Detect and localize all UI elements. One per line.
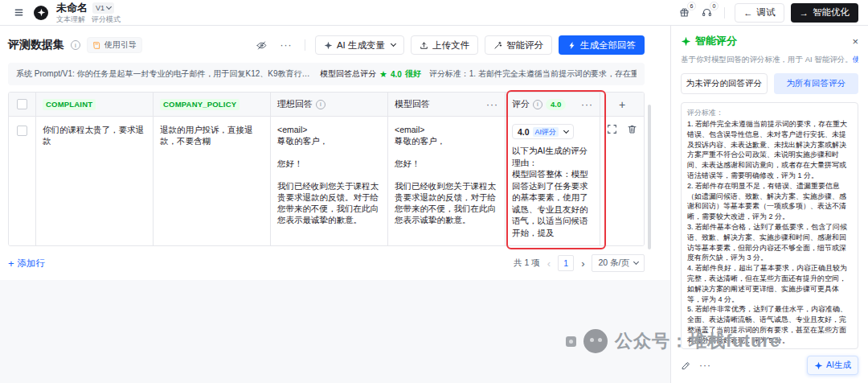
chevron-down-icon: [391, 41, 396, 47]
support-headset-icon[interactable]: 0: [698, 5, 714, 21]
close-icon[interactable]: ×: [852, 36, 858, 47]
sparkle-icon: [681, 36, 691, 47]
add-row-button[interactable]: + 添加行: [8, 257, 45, 270]
current-page-button[interactable]: 1: [558, 255, 574, 271]
title-block: 未命名 V1 文本理解 评分模式: [56, 2, 121, 23]
pagination-total: 共 1 项: [514, 257, 540, 269]
top-bar: 未命名 V1 文本理解 评分模式 6 0 ← 调试 → 智能优化: [0, 0, 868, 26]
panel-title: 智能评分: [695, 34, 737, 48]
edit-pencil-icon[interactable]: [681, 360, 691, 371]
app-logo[interactable]: [34, 6, 48, 20]
sparkle-icon: [324, 41, 333, 50]
info-icon[interactable]: i: [533, 100, 542, 109]
expand-row-icon[interactable]: [607, 124, 617, 134]
select-all-checkbox[interactable]: [17, 99, 27, 109]
dataset-sheet: 评测数据集 i 使用引导 ··· AI 生成变量 上传文件: [0, 26, 670, 280]
ai-generate-variable-button[interactable]: AI 生成变量: [315, 35, 404, 55]
table-footer: + 添加行 共 1 项 ‹ 1 › 20 条/页: [8, 246, 645, 274]
criteria-textarea[interactable]: 评分标准： 1. 若邮件完全未遵循当前提示词的要求，存在重大错误、包含误导性信息…: [681, 102, 858, 349]
eye-invisible-icon[interactable]: [253, 36, 271, 54]
upload-file-button[interactable]: 上传文件: [411, 35, 478, 55]
system-prompt-text: 系统 Prompt/V1: 你的任务是起草一封专业的电子邮件，用于回复K12、K…: [16, 68, 312, 80]
pagination: 共 1 项 ‹ 1 › 20 条/页: [514, 254, 645, 272]
cell-model-answer[interactable]: <email> 尊敬的客户， 您好！ 我们已经收到您关于课程太贵要求退款的反馈，…: [388, 117, 506, 245]
prev-page-button[interactable]: ‹: [547, 258, 551, 269]
column-ideal-answer: 理想回答: [277, 98, 313, 110]
criteria-text: 1. 若邮件完全未遵循当前提示词的要求，存在重大错误、包含误导性信息、未对客户进…: [687, 119, 852, 346]
cell-complaint[interactable]: 你们的课程太贵了，要求退款: [36, 117, 154, 245]
score-unscored-button[interactable]: 为未评分的回答评分: [681, 73, 768, 94]
cell-ideal-answer[interactable]: <email> 尊敬的客户， 您好！ 我们已经收到您关于课程太贵要求退款的反馈。…: [271, 117, 388, 245]
column-complaint[interactable]: COMPLAINT: [43, 99, 96, 110]
column-company-policy[interactable]: COMPANY_POLICY: [160, 99, 240, 110]
dataset-toolbar: 评测数据集 i 使用引导 ··· AI 生成变量 上传文件: [8, 32, 645, 58]
lightning-icon: [567, 41, 576, 50]
criteria-label: 评分标准：: [687, 108, 852, 118]
add-column-button[interactable]: +: [619, 99, 625, 110]
info-icon[interactable]: i: [316, 100, 326, 109]
arrow-left-icon: ←: [743, 8, 753, 18]
mode-tag-score-mode: 评分模式: [92, 16, 121, 23]
total-score-group: 模型回答总评分 ★ 4.0 很好: [320, 68, 421, 80]
main-area: 评测数据集 i 使用引导 ··· AI 生成变量 上传文件: [0, 26, 670, 383]
document-title: 未命名: [56, 3, 88, 13]
divider: [724, 7, 725, 19]
support-badge-count: 0: [710, 2, 719, 10]
ai-generate-button[interactable]: AI生成: [807, 356, 858, 375]
debug-button[interactable]: ← 调试: [735, 3, 784, 23]
chevron-down-icon: [106, 3, 112, 9]
total-score-label: 模型回答总评分: [320, 68, 376, 80]
page-size-select[interactable]: 20 条/页: [592, 254, 645, 272]
table-row: 你们的课程太贵了，要求退款 退款的用户投诉，直接退款，不要含糊 <email> …: [9, 117, 644, 245]
content-area: 评测数据集 i 使用引导 ··· AI 生成变量 上传文件: [0, 26, 868, 383]
ai-score-tag: AI评分: [533, 127, 559, 137]
chevron-down-icon: [633, 259, 639, 265]
star-icon: ★: [379, 69, 387, 80]
row-checkbox[interactable]: [17, 126, 27, 136]
guide-button[interactable]: 使用引导: [87, 37, 142, 53]
gift-badge-count: 6: [687, 2, 696, 10]
row-actions: [607, 124, 637, 134]
column-more-button[interactable]: ···: [581, 100, 593, 109]
column-score: 评分: [512, 98, 530, 110]
plus-icon: +: [8, 257, 14, 270]
page-title: 评测数据集: [8, 38, 64, 52]
system-prompt-bar[interactable]: 系统 Prompt/V1: 你的任务是起草一封专业的电子邮件，用于回复K12、K…: [8, 63, 645, 85]
more-actions-button[interactable]: ···: [277, 36, 295, 54]
arrow-right-icon: →: [800, 8, 809, 18]
delete-row-icon[interactable]: [627, 124, 637, 134]
upload-icon: [420, 41, 428, 50]
score-header-badge: 4.0: [546, 99, 566, 110]
dataset-table: COMPLAINT COMPANY_POLICY 理想回答 i 模型回答 ···…: [8, 92, 645, 246]
cell-score: 4.0 AI评分 以下为AI生成的评分理由： 模型回答整体：模型回答达到了任务要…: [506, 117, 600, 245]
total-score-value: 4.0: [391, 70, 402, 79]
column-model-answer: 模型回答: [395, 98, 430, 110]
sparkle-icon: [814, 361, 823, 370]
menu-icon[interactable]: [10, 4, 27, 22]
info-icon[interactable]: i: [71, 40, 80, 50]
gift-icon[interactable]: 6: [676, 5, 692, 21]
magic-wand-icon: [493, 41, 502, 50]
next-page-button[interactable]: ›: [581, 258, 584, 269]
version-selector[interactable]: V1: [92, 2, 114, 14]
table-header-row: COMPLAINT COMPANY_POLICY 理想回答 i 模型回答 ···…: [9, 93, 644, 117]
criteria-preview: 评分标准：1. 若邮件完全未遵循当前提示词的要求，存在重大错...: [429, 68, 637, 80]
chevron-down-icon: [563, 127, 569, 133]
score-selector[interactable]: 4.0 AI评分: [512, 124, 574, 139]
manual-link[interactable]: 使用手册: [853, 55, 858, 64]
panel-description: 基于你对模型回答的评分标准，用于 AI 智能评分。使用手册: [681, 54, 858, 65]
cell-company-policy[interactable]: 退款的用户投诉，直接退款，不要含糊: [154, 117, 271, 245]
smart-optimize-button[interactable]: → 智能优化: [791, 3, 859, 23]
table-scrollbar[interactable]: [648, 105, 651, 249]
smart-score-panel: 智能评分 × 基于你对模型回答的评分标准，用于 AI 智能评分。使用手册 为未评…: [670, 26, 868, 383]
score-reason-text: 以下为AI生成的评分理由： 模型回答整体：模型回答达到了任务要求的基本要素，使用…: [512, 145, 593, 238]
mode-tag-text-understanding: 文本理解: [56, 16, 85, 23]
score-value: 4.0: [518, 127, 530, 137]
generate-all-answers-button[interactable]: 生成全部回答: [559, 35, 645, 55]
divider: [305, 39, 305, 51]
smart-score-button[interactable]: 智能评分: [485, 35, 552, 55]
score-all-button[interactable]: 为所有回答评分: [774, 73, 859, 94]
total-score-level: 很好: [405, 68, 421, 80]
panel-more-button[interactable]: ···: [699, 360, 711, 370]
column-more-button[interactable]: ···: [486, 100, 498, 109]
